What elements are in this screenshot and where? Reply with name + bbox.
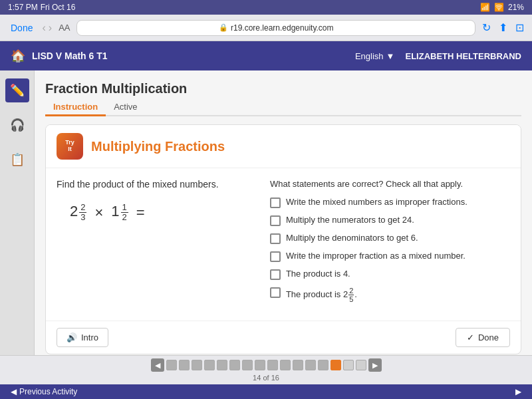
chevron-down-icon: ▼ [386, 51, 395, 61]
card-title: Multiplying Fractions [91, 139, 225, 154]
lock-icon: 🔒 [219, 23, 228, 32]
try-it-badge: TryIt [57, 133, 83, 160]
user-name: ELIZABETH HELTERBRAND [405, 51, 521, 61]
badge-label: TryIt [65, 140, 74, 153]
card-header: TryIt Multiplying Fractions [46, 125, 521, 168]
inline-frac: 25 [348, 287, 354, 303]
more-icon[interactable]: ⊡ [515, 21, 524, 34]
back-arrow-icon[interactable]: ‹ [42, 22, 45, 34]
battery: 21% [508, 3, 524, 12]
right-panel: What statements are correct? Check all t… [270, 179, 510, 310]
browser-actions: ↻ ⬆ ⊡ [482, 21, 524, 34]
prev-activity-label: Previous Activity [19, 387, 77, 396]
main-area: ✏️ 🎧 📋 Fraction Multiplication Instructi… [0, 70, 532, 355]
checkbox-2[interactable] [270, 215, 281, 226]
times-symbol: × [94, 204, 103, 221]
url-bar[interactable]: 🔒 r19.core.learn.edgenuity.com [76, 20, 475, 36]
checkbox-5[interactable] [270, 269, 281, 280]
dot-11[interactable] [293, 360, 303, 370]
url-text: r19.core.learn.edgenuity.com [231, 23, 334, 33]
status-left: 1:57 PM Fri Oct 16 [8, 3, 75, 12]
sidebar-headphone-icon[interactable]: 🎧 [5, 113, 29, 137]
statement-1: Write the mixed numbers as improper frac… [270, 197, 510, 208]
statement-4: Write the improper fraction as a mixed n… [270, 251, 510, 262]
statement-text-3: Multiply the denominators to get 6. [286, 233, 418, 243]
dot-16[interactable] [356, 360, 366, 370]
dot-7[interactable] [242, 360, 253, 370]
dot-13[interactable] [318, 360, 329, 370]
page-dots: ◀ ▶ [151, 358, 382, 372]
date: Fri Oct 16 [41, 3, 76, 12]
dot-14[interactable] [331, 360, 341, 370]
intro-label: Intro [81, 332, 98, 342]
checkbox-3[interactable] [270, 233, 281, 244]
mixed-num-2: 1 1 2 [111, 203, 128, 223]
home-icon[interactable]: 🏠 [11, 49, 25, 63]
tab-instruction[interactable]: Instruction [45, 99, 106, 116]
statement-text-1: Write the mixed numbers as improper frac… [286, 197, 467, 207]
sidebar-pencil-icon[interactable]: ✏️ [5, 78, 29, 102]
tabs: Instruction Active [45, 99, 521, 116]
checkmark-icon: ✓ [467, 332, 474, 342]
dot-8[interactable] [255, 360, 265, 370]
time: 1:57 PM [8, 3, 38, 12]
wifi-icon: 🛜 [494, 3, 504, 12]
lesson-title: Fraction Multiplication [45, 81, 521, 96]
next-activity-button[interactable]: ▶ [515, 387, 521, 396]
speaker-icon: 🔊 [66, 332, 77, 342]
bottom-app-bar: ◀ Previous Activity ▶ [0, 384, 532, 399]
dot-1[interactable] [166, 360, 177, 370]
math-expression: 2 2 3 × 1 1 2 [70, 203, 257, 223]
tab-active[interactable]: Active [106, 99, 145, 116]
dot-12[interactable] [305, 360, 316, 370]
statement-6: The product is 225. [270, 287, 510, 303]
statement-3: Multiply the denominators to get 6. [270, 233, 510, 244]
prev-dot-button[interactable]: ◀ [151, 358, 164, 372]
intro-button[interactable]: 🔊 Intro [57, 328, 108, 347]
activity-card: TryIt Multiplying Fractions Find the pro… [45, 124, 521, 354]
statement-text-4: Write the improper fraction as a mixed n… [286, 251, 466, 261]
dot-9[interactable] [267, 360, 278, 370]
page-counter: 14 of 16 [253, 374, 279, 382]
statement-text-5: The product is 4. [286, 269, 350, 279]
browser-done-button[interactable]: Done [8, 21, 35, 35]
forward-arrow-icon[interactable]: › [49, 22, 52, 34]
dot-4[interactable] [204, 360, 215, 370]
browser-bar: Done ‹ › AA 🔒 r19.core.learn.edgenuity.c… [0, 15, 532, 41]
refresh-icon[interactable]: ↻ [482, 21, 491, 34]
statement-5: The product is 4. [270, 269, 510, 280]
statements-header: What statements are correct? Check all t… [270, 179, 510, 189]
checkbox-1[interactable] [270, 198, 281, 208]
dot-2[interactable] [179, 360, 190, 370]
instruction-text: Find the product of the mixed numbers. [57, 179, 257, 190]
next-dot-button[interactable]: ▶ [368, 358, 382, 372]
prev-activity-button[interactable]: ◀ Previous Activity [11, 387, 77, 396]
nav-arrows: ‹ › [42, 22, 52, 34]
statement-text-2: Multiply the numerators to get 24. [286, 215, 414, 225]
statement-2: Multiply the numerators to get 24. [270, 215, 510, 226]
dot-6[interactable] [229, 360, 240, 370]
status-right: 📶 🛜 21% [480, 3, 524, 12]
prev-arrow-icon: ◀ [11, 387, 17, 396]
app-nav-bar: 🏠 LISD V Math 6 T1 English ▼ ELIZABETH H… [0, 41, 532, 70]
checkbox-6[interactable] [270, 287, 281, 298]
sidebar-clipboard-icon[interactable]: 📋 [5, 148, 29, 172]
mixed-num-1: 2 2 3 [70, 203, 86, 223]
dot-10[interactable] [280, 360, 291, 370]
equals-symbol: = [136, 204, 145, 221]
dot-15[interactable] [343, 360, 354, 370]
done-button[interactable]: ✓ Done [456, 328, 510, 347]
dot-3[interactable] [192, 360, 202, 370]
dot-5[interactable] [217, 360, 227, 370]
checkbox-4[interactable] [270, 251, 281, 262]
left-panel: Find the product of the mixed numbers. 2… [57, 179, 257, 310]
content-area: Fraction Multiplication Instruction Acti… [35, 70, 532, 355]
done-label: Done [478, 332, 499, 342]
statement-text-6: The product is 225. [286, 287, 357, 303]
language-selector[interactable]: English ▼ [355, 51, 395, 61]
share-icon[interactable]: ⬆ [499, 21, 507, 34]
language-label: English [355, 51, 384, 61]
sidebar: ✏️ 🎧 📋 [0, 70, 35, 355]
card-footer: 🔊 Intro ✓ Done [46, 321, 521, 354]
text-size-icon[interactable]: AA [59, 23, 70, 33]
